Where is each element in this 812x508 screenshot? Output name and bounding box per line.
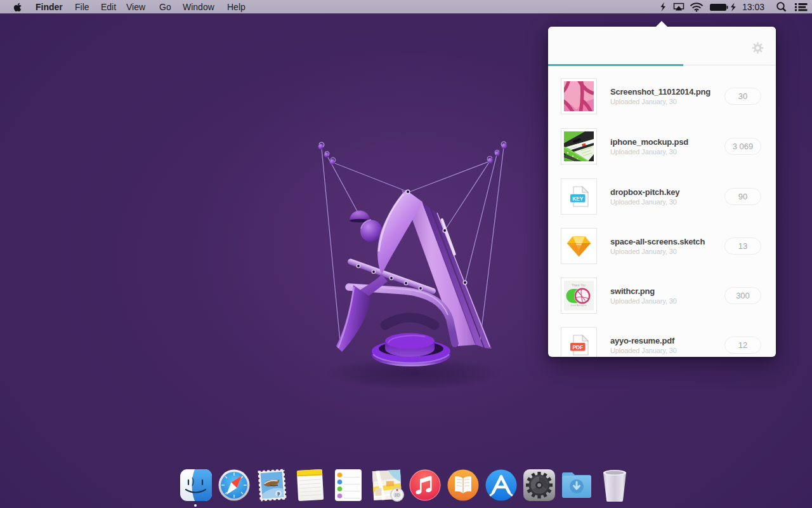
svg-text:3D: 3D [395, 493, 400, 497]
svg-text:Thank You: Thank You [572, 284, 586, 287]
svg-text:Juan Arreguin: Juan Arreguin [570, 304, 587, 307]
svg-text:PDF: PDF [572, 344, 583, 351]
svg-text:KEY: KEY [572, 196, 584, 202]
